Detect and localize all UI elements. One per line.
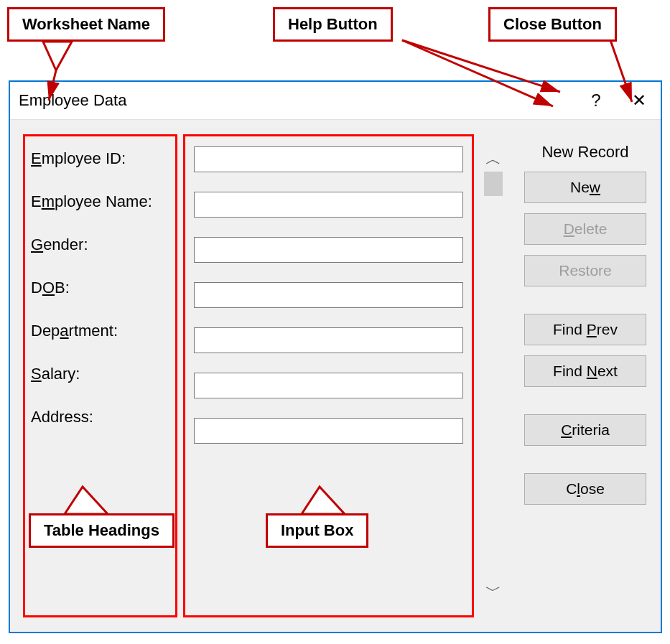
input-department[interactable] [194, 327, 463, 353]
titlebar: Employee Data ? ✕ [10, 82, 661, 120]
callout-table-headings: Table Headings [29, 513, 175, 548]
criteria-button[interactable]: Criteria [524, 414, 646, 446]
help-button[interactable]: ? [574, 82, 618, 120]
input-employee-id[interactable] [194, 146, 463, 172]
callout-help-button: Help Button [273, 7, 393, 42]
new-button[interactable]: New [524, 172, 646, 203]
label-address: Address: [31, 408, 169, 426]
data-form-dialog: Employee Data ? ✕ Employee ID: Employee … [9, 80, 662, 633]
input-dob[interactable] [194, 282, 463, 308]
callout-close-button: Close Button [488, 7, 617, 42]
label-employee-id: Employee ID: [31, 149, 169, 168]
label-dob: DOB: [31, 279, 169, 297]
dialog-title: Employee Data [19, 91, 574, 110]
label-gender: Gender: [31, 235, 169, 254]
label-employee-name: Employee Name: [31, 192, 169, 211]
close-icon: ✕ [632, 90, 646, 111]
scroll-up-icon[interactable]: ︿ [485, 149, 501, 170]
record-status: New Record [541, 143, 628, 162]
find-prev-button[interactable]: Find Prev [524, 314, 646, 345]
delete-button[interactable]: Delete [524, 213, 646, 245]
input-address[interactable] [194, 418, 463, 444]
question-icon: ? [591, 90, 600, 111]
label-salary: Salary: [31, 365, 169, 383]
restore-button[interactable]: Restore [524, 255, 646, 286]
input-gender[interactable] [194, 237, 463, 263]
scroll-down-icon[interactable]: ﹀ [485, 580, 501, 602]
button-group: New Delete Restore Find Prev Find Next C… [524, 172, 646, 505]
scroll-thumb[interactable] [484, 172, 503, 196]
buttons-column: New Record New Delete Restore Find Prev … [507, 134, 648, 617]
label-department: Department: [31, 322, 169, 340]
callout-worksheet-name: Worksheet Name [7, 7, 165, 42]
svg-marker-0 [43, 42, 72, 70]
scroll-column: ︿ ﹀ [483, 134, 507, 617]
input-employee-name[interactable] [194, 192, 463, 218]
callout-input-box: Input Box [266, 513, 368, 548]
dialog-body: Employee ID: Employee Name: Gender: DOB:… [10, 120, 661, 632]
input-salary[interactable] [194, 373, 463, 398]
close-form-button[interactable]: Close [524, 473, 646, 505]
find-next-button[interactable]: Find Next [524, 355, 646, 387]
close-button[interactable]: ✕ [618, 82, 661, 120]
